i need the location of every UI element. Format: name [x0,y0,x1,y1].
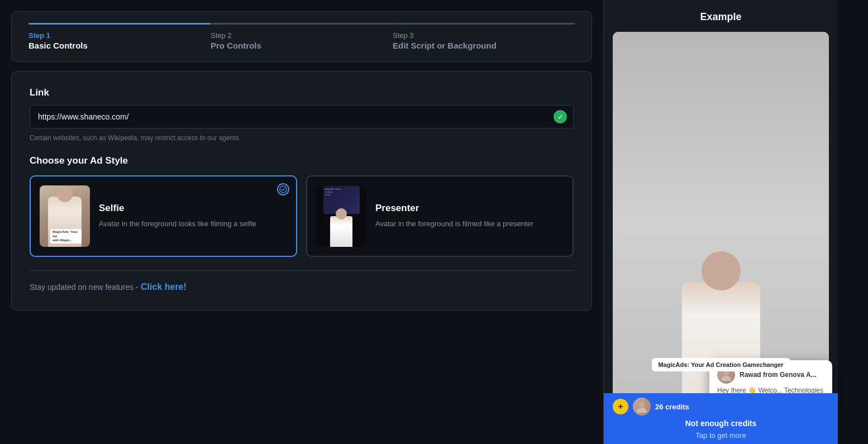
video-preview: MagicAds: Your Ad Creation Gamechanger ⏸… [613,32,829,416]
step-3-label: Edit Script or Background [393,41,575,50]
step-3-progress [393,23,575,25]
not-enough-label: Not enough credits [613,419,829,428]
svg-point-4 [637,408,647,413]
selfie-info: Selfie Avatar in the foreground looks li… [99,203,287,230]
link-section-title: Link [30,87,574,98]
example-panel: Example MagicAds: Your Ad Creation Gamec… [603,0,838,444]
ad-option-presenter[interactable]: MagicAds Videocheaperfaster Presenter Av… [306,175,574,257]
step-2-progress [211,23,393,25]
check-icon: ✓ [554,110,567,123]
footer: Stay updated on new features - Click her… [30,282,574,292]
steps-header: Step 1 Basic Controls Step 2 Pro Control… [11,11,592,62]
link-input-wrapper: ✓ [30,105,574,128]
step-1[interactable]: Step 1 Basic Controls [28,23,211,50]
credits-row: + 26 credits [613,398,829,416]
step-2-label: Pro Controls [211,41,393,50]
chat-from: Rawad from Genova A... [740,371,817,379]
divider [30,270,574,271]
selfie-desc: Avatar in the foreground looks like film… [99,218,287,230]
step-3[interactable]: Step 3 Edit Script or Background [393,23,575,50]
presenter-desc: Avatar in the foreground is filmed like … [375,218,564,230]
step-3-number: Step 3 [393,31,575,40]
presenter-image: MagicAds Videocheaperfaster [316,185,366,247]
example-title: Example [613,11,829,23]
ad-style-options: MagicAds: Your Adwith Magic... Selfie Av… [30,175,574,257]
link-input[interactable] [30,105,574,128]
link-note: Certain websites, such as Wikipedia, may… [30,134,574,142]
video-caption: MagicAds: Your Ad Creation Gamechanger [651,358,790,371]
bottom-bar: + 26 credits Not enough credits Tap to g… [604,393,838,444]
selfie-image: MagicAds: Your Adwith Magic... [40,185,90,247]
content-card: Link ✓ Certain websites, such as Wikiped… [11,71,592,311]
step-1-label: Basic Controls [28,41,211,50]
footer-text: Stay updated on new features - [30,283,139,292]
credits-count: 26 credits [655,403,689,411]
svg-point-2 [721,376,731,381]
presenter-info: Presenter Avatar in the foreground is fi… [375,203,564,230]
svg-point-3 [639,402,645,408]
footer-link[interactable]: Click here! [141,282,187,292]
ad-option-selfie[interactable]: MagicAds: Your Adwith Magic... Selfie Av… [30,175,297,257]
step-1-number: Step 1 [28,31,211,40]
credits-avatar [633,398,651,416]
ad-style-title: Choose your Ad Style [30,155,574,166]
tap-more-label[interactable]: Tap to get more [613,431,829,440]
step-2[interactable]: Step 2 Pro Controls [211,23,393,50]
selfie-check-icon [277,183,289,195]
selfie-name: Selfie [99,203,287,214]
step-1-progress [28,23,211,25]
step-2-number: Step 2 [211,31,393,40]
presenter-name: Presenter [375,203,564,214]
credits-plus-icon[interactable]: + [613,399,628,414]
